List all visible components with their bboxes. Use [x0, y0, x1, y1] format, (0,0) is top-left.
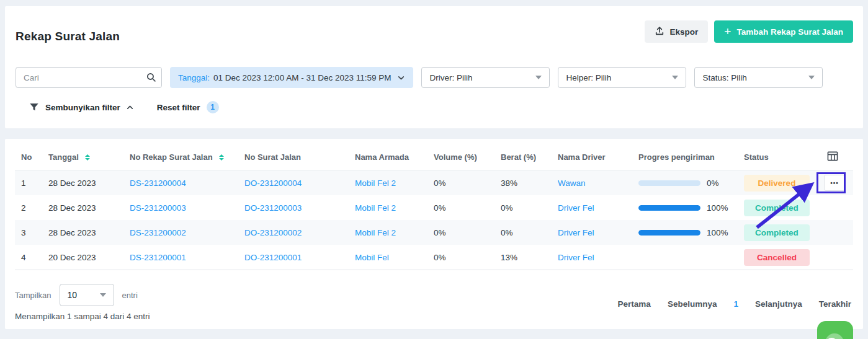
- progress-bar: [638, 230, 700, 236]
- status-badge: Completed: [744, 224, 810, 241]
- status-filter-select[interactable]: Status: Pilih: [694, 67, 823, 88]
- chevron-up-icon: [126, 103, 134, 112]
- column-header[interactable]: Tanggal: [42, 144, 123, 170]
- filter-toggle-row: Sembunyikan filter Reset filter 1: [29, 101, 219, 113]
- reset-filter-label: Reset filter: [157, 103, 200, 112]
- column-header: No: [15, 144, 42, 170]
- chat-widget-button[interactable]: [817, 321, 853, 339]
- rekap-surat-jalan-link[interactable]: DS-231200004: [130, 178, 186, 188]
- cell-volume: 0%: [427, 170, 494, 196]
- pagination-last[interactable]: Terakhir: [819, 299, 851, 309]
- cell-no: 4: [15, 245, 42, 270]
- cell-berat: 38%: [494, 170, 552, 196]
- rekap-surat-jalan-link[interactable]: DS-231200002: [130, 228, 186, 237]
- table-row: 420 Dec 2023DS-231200001DO-231200001Mobi…: [15, 245, 853, 270]
- upload-icon: [655, 26, 664, 38]
- page-size-control: Tampilkan 10 entri: [15, 284, 138, 306]
- cell-volume: 0%: [427, 220, 494, 245]
- delivery-progress: 100%: [638, 228, 735, 237]
- plus-icon: +: [724, 25, 731, 37]
- pagination-first[interactable]: Pertama: [618, 299, 651, 309]
- progress-label: 100%: [707, 228, 728, 237]
- progress-label: 0%: [707, 178, 719, 188]
- page-title: Rekap Surat Jalan: [16, 30, 120, 43]
- table-row: 228 Dec 2023DS-231200003DO-231200003Mobi…: [15, 195, 853, 220]
- driver-link[interactable]: Wawan: [558, 178, 586, 188]
- pagination-prev[interactable]: Sebelumnya: [668, 299, 717, 309]
- cell-tanggal: 28 Dec 2023: [42, 220, 123, 245]
- page-size-select[interactable]: 10: [60, 284, 114, 306]
- row-actions-button[interactable]: •••: [824, 175, 845, 191]
- driver-filter-select[interactable]: Driver: Pilih: [421, 67, 550, 88]
- column-header: Status: [738, 144, 812, 170]
- surat-jalan-link[interactable]: DO-231200003: [244, 203, 302, 213]
- table-body: 128 Dec 2023DS-231200004DO-231200004Mobi…: [15, 170, 853, 270]
- column-header: Berat (%): [494, 144, 552, 170]
- delivery-progress: 100%: [638, 203, 735, 213]
- cell-volume: 0%: [427, 245, 494, 270]
- pagination-current-page[interactable]: 1: [733, 299, 738, 309]
- column-header: Volume (%): [427, 144, 494, 170]
- rekap-surat-jalan-link[interactable]: DS-231200001: [130, 253, 186, 262]
- status-badge: Cancelled: [744, 249, 810, 266]
- table-row: 128 Dec 2023DS-231200004DO-231200004Mobi…: [15, 170, 853, 196]
- column-header: Nama Driver: [552, 144, 632, 170]
- column-header: Progres pengiriman: [632, 144, 738, 170]
- surat-jalan-link[interactable]: DO-231200004: [244, 178, 302, 188]
- armada-link[interactable]: Mobil Fel: [355, 253, 389, 262]
- driver-filter-value: Driver: Pilih: [429, 73, 472, 82]
- table-card: NoTanggal No Rekap Surat Jalan No Surat …: [5, 139, 863, 329]
- page: { "page": { "title": "Rekap Surat Jalan"…: [0, 0, 868, 339]
- pagination-next[interactable]: Selanjutnya: [755, 299, 802, 309]
- caret-down-icon: [672, 76, 678, 79]
- page-size-suffix: entri: [122, 291, 138, 300]
- rekap-table: NoTanggal No Rekap Surat Jalan No Surat …: [15, 144, 853, 270]
- sort-icon[interactable]: [219, 154, 224, 161]
- delivery-progress: 0%: [638, 178, 735, 188]
- caret-down-icon: [535, 76, 542, 79]
- search-box: [16, 67, 162, 88]
- sort-icon[interactable]: [85, 154, 90, 161]
- filter-row: Tanggal: 01 Dec 2023 12:00 AM - 31 Dec 2…: [16, 67, 823, 88]
- reset-filter-button[interactable]: Reset filter 1: [157, 101, 219, 113]
- caret-down-icon: [100, 293, 106, 297]
- helper-filter-select[interactable]: Helper: Pilih: [558, 67, 686, 88]
- column-header[interactable]: No Rekap Surat Jalan: [123, 144, 238, 170]
- status-badge: Completed: [744, 200, 810, 216]
- driver-link[interactable]: Driver Fel: [558, 253, 594, 262]
- column-header: Nama Armada: [349, 144, 427, 170]
- export-button[interactable]: Ekspor: [645, 20, 709, 43]
- cell-no: 2: [15, 195, 42, 220]
- hide-filter-toggle[interactable]: Sembunyikan filter: [29, 102, 134, 113]
- cell-berat: 0%: [494, 195, 552, 220]
- helper-filter-value: Helper: Pilih: [566, 73, 611, 82]
- column-header: No Surat Jalan: [238, 144, 349, 170]
- add-rekap-button[interactable]: + Tambah Rekap Surat Jalan: [714, 20, 853, 43]
- cell-tanggal: 28 Dec 2023: [42, 170, 123, 196]
- columns-settings-icon[interactable]: [827, 151, 838, 161]
- cell-berat: 0%: [494, 220, 552, 245]
- progress-bar: [638, 205, 700, 211]
- cell-berat: 13%: [494, 245, 552, 270]
- search-input[interactable]: [16, 67, 162, 88]
- date-range-filter[interactable]: Tanggal: 01 Dec 2023 12:00 AM - 31 Dec 2…: [170, 67, 413, 88]
- driver-link[interactable]: Driver Fel: [558, 203, 594, 213]
- funnel-icon: [29, 102, 40, 113]
- driver-link[interactable]: Driver Fel: [558, 228, 594, 237]
- rekap-surat-jalan-link[interactable]: DS-231200003: [130, 203, 186, 213]
- armada-link[interactable]: Mobil Fel 2: [355, 203, 396, 213]
- armada-link[interactable]: Mobil Fel 2: [355, 178, 396, 188]
- surat-jalan-link[interactable]: DO-231200002: [244, 228, 302, 237]
- date-filter-value: 01 Dec 2023 12:00 AM - 31 Dec 2023 11:59…: [213, 73, 391, 82]
- status-filter-value: Status: Pilih: [702, 73, 746, 82]
- surat-jalan-link[interactable]: DO-231200001: [244, 253, 302, 262]
- cell-volume: 0%: [427, 195, 494, 220]
- search-icon[interactable]: [146, 72, 156, 82]
- progress-bar: [638, 180, 700, 186]
- export-button-label: Ekspor: [670, 27, 699, 37]
- cell-tanggal: 20 Dec 2023: [42, 245, 123, 270]
- chevron-down-icon: [397, 74, 405, 82]
- table-row: 328 Dec 2023DS-231200002DO-231200002Mobi…: [15, 220, 853, 245]
- armada-link[interactable]: Mobil Fel 2: [355, 228, 396, 237]
- add-rekap-button-label: Tambah Rekap Surat Jalan: [736, 27, 843, 37]
